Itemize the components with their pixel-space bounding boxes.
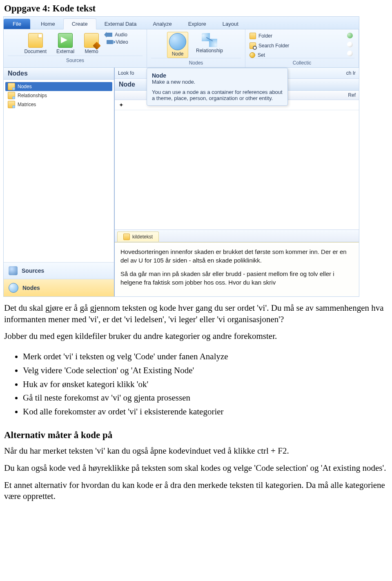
tree-label: Relationships	[18, 93, 47, 98]
ribbon-group-nodes: Node Relationship Nodes	[147, 29, 245, 67]
relationship-label: Relationship	[196, 48, 223, 53]
document-icon	[123, 234, 130, 240]
paragraph: Det du skal gjøre er å gå gjennom tekste…	[4, 303, 387, 325]
globe-icon	[347, 33, 353, 38]
paragraph: Når du har merket teksten 'vi' kan du og…	[4, 445, 387, 457]
look-for-right: ch Ir	[346, 70, 356, 76]
external-label: External	[56, 49, 74, 54]
nav-label: Nodes	[22, 285, 40, 291]
ribbon-group-sources: Document External Memo Audio	[4, 29, 147, 67]
tab-home[interactable]: Home	[33, 19, 63, 29]
sources-group-label: Sources	[8, 56, 143, 64]
list-item: Merk ordet 'vi' i teksten og velg 'Code'…	[23, 351, 387, 363]
page-title: Oppgave 4: Kode tekst	[0, 0, 392, 16]
bullet-list: Merk ordet 'vi' i teksten og velg 'Code'…	[4, 351, 387, 418]
tree-item-relationships[interactable]: Relationships	[5, 91, 112, 100]
document-tab-kildetekst[interactable]: kildetekst	[117, 232, 159, 242]
set-label: Set	[258, 52, 265, 58]
audio-icon	[107, 33, 112, 37]
nav-nodes[interactable]: Nodes	[4, 279, 114, 296]
look-for-label: Look fo	[118, 70, 134, 76]
sources-small: Audio Video	[107, 32, 128, 45]
paragraph: Du kan også kode ved å høyreklikke på te…	[4, 463, 387, 474]
memo-button[interactable]: Memo	[82, 32, 101, 56]
nodes-tree: Nodes Relationships Matrices	[4, 80, 114, 262]
ribbon-group-collections: Folder Search Folder Set	[245, 29, 359, 67]
right-pane: Look fo ch Ir Node . Ref ✦ Node Make a n…	[115, 68, 359, 296]
document-paragraph: Så da går man inn på skaden sår eller br…	[120, 269, 353, 287]
section-heading: Alternativ måter å kode på	[4, 429, 387, 441]
document-label: Document	[24, 49, 47, 54]
document-tab-label: kildetekst	[132, 234, 153, 240]
ribbon-tabs: File Home Create External Data Analyze E…	[4, 17, 359, 29]
video-icon	[107, 40, 113, 44]
list-item: Gå til neste forekomst av 'vi' og gjenta…	[23, 392, 387, 404]
tab-create[interactable]: Create	[63, 18, 96, 29]
nav-label: Sources	[22, 267, 44, 274]
tooltip-body: You can use a node as a container for re…	[152, 89, 283, 101]
nodes-icon	[9, 283, 18, 293]
paragraph: Et annet alternativ for hvordan du kan k…	[4, 480, 387, 502]
video-button[interactable]: Video	[107, 39, 128, 45]
tooltip-title: Node	[152, 72, 166, 79]
node-icon	[169, 33, 186, 50]
document-tab-bar: kildetekst	[115, 229, 359, 242]
tree-item-nodes[interactable]: Nodes	[5, 82, 112, 91]
left-panel-title: Nodes	[4, 68, 114, 80]
sources-icon	[9, 266, 18, 275]
folder-node-icon	[8, 92, 15, 99]
document-button[interactable]: Document	[22, 32, 49, 56]
search-folder-icon	[249, 42, 256, 49]
document-icon	[28, 33, 43, 48]
video-label: Video	[116, 39, 128, 45]
tab-layout[interactable]: Layout	[214, 19, 247, 29]
document-content[interactable]: Hovedsorteringen innenfor skaden er bruk…	[115, 242, 359, 296]
workspace: Nodes Nodes Relationships Matrices	[4, 68, 359, 296]
list-item: Velg videre 'Code selection' og 'At Exis…	[23, 365, 387, 376]
globe-icon-2	[347, 42, 353, 47]
list-item: Kod alle forekomster av ordet 'vi' i eks…	[23, 406, 387, 418]
tab-analyze[interactable]: Analyze	[145, 19, 180, 29]
set-icon	[249, 52, 255, 58]
nodes-group-label: Nodes	[151, 58, 241, 67]
instruction-prose: Det du skal gjøre er å gå gjennom tekste…	[0, 297, 392, 513]
paragraph: Jobber du med egen kildefiler bruker du …	[4, 331, 387, 342]
tab-external-data[interactable]: External Data	[96, 19, 145, 29]
folder-icon	[249, 33, 256, 39]
node-tooltip: Node Make a new node. You can use a node…	[147, 68, 288, 106]
relationship-icon	[202, 33, 217, 47]
relationship-button[interactable]: Relationship	[194, 32, 225, 55]
folder-node-icon	[8, 101, 15, 108]
left-pane: Nodes Nodes Relationships Matrices	[4, 68, 115, 296]
tooltip-subtitle: Make a new node.	[152, 79, 195, 85]
tree-item-matrices[interactable]: Matrices	[5, 100, 112, 109]
folder-node-icon	[8, 83, 15, 90]
nav-sources[interactable]: Sources	[4, 262, 114, 279]
globe-icon-3	[347, 51, 353, 56]
memo-icon	[84, 33, 99, 48]
folder-button[interactable]: Folder	[249, 33, 272, 39]
search-folder-button[interactable]: Search Folder	[249, 42, 289, 49]
document-paragraph: Hovedsorteringen innenfor skaden er bruk…	[120, 247, 353, 265]
ref-column: Ref	[348, 92, 356, 98]
ribbon-body: Document External Memo Audio	[4, 29, 359, 68]
bottom-nav: Sources Nodes	[4, 262, 114, 296]
folder-label: Folder	[258, 33, 272, 39]
search-folder-label: Search Folder	[258, 43, 289, 49]
node-label: Node	[172, 51, 184, 57]
list-item: Huk av for ønsket kategori klikk 'ok'	[23, 379, 387, 390]
collections-group-label: Collectic	[249, 58, 354, 67]
audio-button[interactable]: Audio	[107, 32, 127, 38]
nvivo-screenshot: File Home Create External Data Analyze E…	[3, 16, 359, 297]
tree-label: Matrices	[18, 102, 36, 107]
tab-explore[interactable]: Explore	[180, 19, 214, 29]
external-icon	[58, 33, 73, 48]
star-icon: ✦	[119, 102, 124, 108]
external-button[interactable]: External	[54, 32, 76, 56]
tree-label: Nodes	[18, 84, 32, 89]
audio-label: Audio	[115, 32, 127, 38]
set-button[interactable]: Set	[249, 52, 265, 58]
node-button[interactable]: Node	[167, 32, 188, 58]
file-tab[interactable]: File	[4, 19, 30, 29]
